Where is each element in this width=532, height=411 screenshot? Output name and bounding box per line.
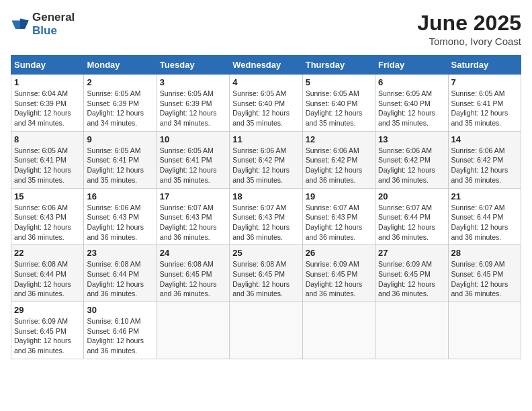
day-info: Sunrise: 6:06 AM Sunset: 6:42 PM Dayligh…: [451, 146, 518, 185]
daylight-label: Daylight: 12 hours and 34 minutes.: [160, 109, 217, 127]
month-title: June 2025: [417, 11, 521, 36]
calendar-cell: 29 Sunrise: 6:09 AM Sunset: 6:45 PM Dayl…: [11, 302, 84, 359]
daylight-label: Daylight: 12 hours and 35 minutes.: [232, 109, 290, 127]
day-info: Sunrise: 6:05 AM Sunset: 6:40 PM Dayligh…: [378, 89, 445, 128]
sunset-label: Sunset: 6:41 PM: [160, 156, 212, 164]
sunrise-label: Sunrise: 6:06 AM: [378, 146, 432, 154]
day-info: Sunrise: 6:09 AM Sunset: 6:45 PM Dayligh…: [14, 316, 81, 356]
sunrise-label: Sunrise: 6:05 AM: [14, 146, 68, 154]
calendar-cell: 8 Sunrise: 6:05 AM Sunset: 6:41 PM Dayli…: [11, 131, 84, 188]
sunrise-label: Sunrise: 6:05 AM: [87, 146, 140, 154]
day-number: 23: [87, 248, 153, 258]
day-number: 26: [306, 248, 372, 258]
calendar-week-row: 29 Sunrise: 6:09 AM Sunset: 6:45 PM Dayl…: [11, 302, 521, 359]
daylight-label: Daylight: 12 hours and 36 minutes.: [378, 280, 435, 298]
daylight-label: Daylight: 12 hours and 36 minutes.: [160, 280, 217, 298]
day-info: Sunrise: 6:07 AM Sunset: 6:43 PM Dayligh…: [232, 203, 299, 242]
sunset-label: Sunset: 6:39 PM: [87, 99, 139, 107]
day-info: Sunrise: 6:09 AM Sunset: 6:45 PM Dayligh…: [451, 259, 518, 299]
title-block: June 2025 Tomono, Ivory Coast: [417, 11, 521, 47]
daylight-label: Daylight: 12 hours and 36 minutes.: [87, 280, 144, 298]
location: Tomono, Ivory Coast: [417, 36, 521, 47]
sunrise-label: Sunrise: 6:10 AM: [87, 317, 140, 325]
day-number: 11: [232, 134, 299, 144]
calendar-cell: 19 Sunrise: 6:07 AM Sunset: 6:43 PM Dayl…: [302, 188, 375, 245]
day-info: Sunrise: 6:08 AM Sunset: 6:45 PM Dayligh…: [232, 259, 299, 299]
daylight-label: Daylight: 12 hours and 36 minutes.: [160, 223, 217, 241]
sunrise-label: Sunrise: 6:08 AM: [160, 260, 214, 268]
calendar-week-row: 8 Sunrise: 6:05 AM Sunset: 6:41 PM Dayli…: [11, 131, 521, 188]
day-info: Sunrise: 6:05 AM Sunset: 6:39 PM Dayligh…: [160, 89, 226, 128]
calendar-cell: 17 Sunrise: 6:07 AM Sunset: 6:43 PM Dayl…: [157, 188, 229, 245]
calendar-cell: 12 Sunrise: 6:06 AM Sunset: 6:42 PM Dayl…: [302, 131, 375, 188]
daylight-label: Daylight: 12 hours and 36 minutes.: [378, 223, 435, 241]
sunrise-label: Sunrise: 6:09 AM: [306, 260, 359, 268]
calendar-cell: 15 Sunrise: 6:06 AM Sunset: 6:43 PM Dayl…: [11, 188, 84, 245]
sunrise-label: Sunrise: 6:04 AM: [14, 89, 68, 97]
calendar-cell: 10 Sunrise: 6:05 AM Sunset: 6:41 PM Dayl…: [157, 131, 229, 188]
day-of-week-wednesday: Wednesday: [230, 56, 302, 75]
calendar-cell: 27 Sunrise: 6:09 AM Sunset: 6:45 PM Dayl…: [375, 245, 448, 302]
calendar-cell: 20 Sunrise: 6:07 AM Sunset: 6:44 PM Dayl…: [375, 188, 448, 245]
sunset-label: Sunset: 6:45 PM: [306, 270, 358, 278]
sunset-label: Sunset: 6:39 PM: [14, 99, 66, 107]
day-info: Sunrise: 6:07 AM Sunset: 6:44 PM Dayligh…: [451, 203, 518, 242]
day-number: 24: [160, 248, 226, 258]
day-number: 27: [378, 248, 445, 258]
daylight-label: Daylight: 12 hours and 34 minutes.: [14, 109, 71, 127]
calendar-cell: 2 Sunrise: 6:05 AM Sunset: 6:39 PM Dayli…: [84, 75, 157, 132]
svg-marker-1: [20, 19, 29, 29]
day-info: Sunrise: 6:09 AM Sunset: 6:45 PM Dayligh…: [306, 259, 372, 299]
daylight-label: Daylight: 12 hours and 36 minutes.: [378, 166, 435, 184]
day-number: 8: [14, 134, 81, 144]
calendar-cell: 9 Sunrise: 6:05 AM Sunset: 6:41 PM Dayli…: [84, 131, 157, 188]
day-info: Sunrise: 6:06 AM Sunset: 6:42 PM Dayligh…: [306, 146, 372, 185]
calendar-cell: 11 Sunrise: 6:06 AM Sunset: 6:42 PM Dayl…: [230, 131, 302, 188]
sunrise-label: Sunrise: 6:05 AM: [87, 89, 140, 97]
day-number: 13: [378, 134, 445, 144]
daylight-label: Daylight: 12 hours and 35 minutes.: [378, 109, 435, 127]
daylight-label: Daylight: 12 hours and 36 minutes.: [14, 336, 71, 355]
sunset-label: Sunset: 6:43 PM: [87, 213, 139, 221]
daylight-label: Daylight: 12 hours and 36 minutes.: [451, 223, 508, 241]
sunrise-label: Sunrise: 6:06 AM: [451, 146, 505, 154]
day-number: 10: [160, 134, 226, 144]
sunset-label: Sunset: 6:41 PM: [14, 156, 66, 164]
day-info: Sunrise: 6:08 AM Sunset: 6:44 PM Dayligh…: [87, 259, 153, 299]
calendar-cell: 28 Sunrise: 6:09 AM Sunset: 6:45 PM Dayl…: [448, 245, 521, 302]
calendar-cell: [157, 302, 229, 359]
sunset-label: Sunset: 6:43 PM: [306, 213, 358, 221]
sunset-label: Sunset: 6:45 PM: [232, 270, 285, 278]
daylight-label: Daylight: 12 hours and 36 minutes.: [87, 223, 144, 241]
sunrise-label: Sunrise: 6:08 AM: [14, 260, 68, 268]
sunrise-label: Sunrise: 6:07 AM: [232, 203, 286, 212]
day-number: 3: [160, 77, 226, 87]
day-info: Sunrise: 6:07 AM Sunset: 6:44 PM Dayligh…: [378, 203, 445, 242]
day-info: Sunrise: 6:05 AM Sunset: 6:41 PM Dayligh…: [14, 146, 81, 185]
day-info: Sunrise: 6:05 AM Sunset: 6:40 PM Dayligh…: [232, 89, 299, 128]
calendar-table: SundayMondayTuesdayWednesdayThursdayFrid…: [11, 55, 521, 359]
day-number: 29: [14, 305, 81, 315]
day-number: 2: [87, 77, 153, 87]
daylight-label: Daylight: 12 hours and 36 minutes.: [306, 166, 363, 184]
day-number: 18: [232, 191, 299, 201]
day-info: Sunrise: 6:06 AM Sunset: 6:43 PM Dayligh…: [14, 203, 81, 242]
calendar-cell: 26 Sunrise: 6:09 AM Sunset: 6:45 PM Dayl…: [302, 245, 375, 302]
calendar-cell: 13 Sunrise: 6:06 AM Sunset: 6:42 PM Dayl…: [375, 131, 448, 188]
sunrise-label: Sunrise: 6:06 AM: [232, 146, 286, 154]
daylight-label: Daylight: 12 hours and 36 minutes.: [306, 280, 363, 298]
sunset-label: Sunset: 6:42 PM: [378, 156, 431, 164]
calendar-cell: 5 Sunrise: 6:05 AM Sunset: 6:40 PM Dayli…: [302, 75, 375, 132]
day-number: 4: [232, 77, 299, 87]
sunrise-label: Sunrise: 6:05 AM: [160, 146, 214, 154]
sunrise-label: Sunrise: 6:06 AM: [87, 203, 140, 212]
sunrise-label: Sunrise: 6:07 AM: [451, 203, 505, 212]
sunset-label: Sunset: 6:40 PM: [378, 99, 431, 107]
day-number: 17: [160, 191, 226, 201]
sunset-label: Sunset: 6:43 PM: [14, 213, 66, 221]
day-of-week-saturday: Saturday: [448, 56, 521, 75]
day-number: 22: [14, 248, 81, 258]
daylight-label: Daylight: 12 hours and 35 minutes.: [14, 166, 71, 184]
sunset-label: Sunset: 6:44 PM: [378, 213, 431, 221]
sunrise-label: Sunrise: 6:09 AM: [14, 317, 68, 325]
